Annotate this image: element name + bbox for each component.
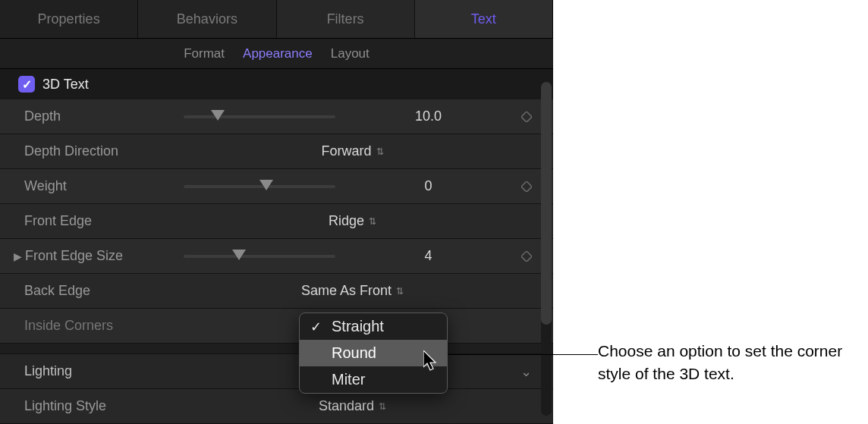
svg-rect-1 [521, 181, 532, 192]
slider-front-edge-size[interactable] [184, 255, 335, 258]
updown-caret-icon: ⇅ [396, 286, 404, 297]
annotation-leader-line [439, 354, 598, 355]
row-front-edge: Front Edge Ridge ⇅ [0, 204, 553, 239]
menu-item-straight[interactable]: ✓ Straight [300, 313, 447, 340]
tab-filters[interactable]: Filters [277, 0, 415, 38]
updown-caret-icon: ⇅ [369, 216, 376, 227]
slider-thumb-icon[interactable] [232, 250, 246, 260]
svg-rect-0 [521, 111, 532, 122]
row-label: Back Edge [24, 283, 184, 299]
tab-behaviors[interactable]: Behaviors [138, 0, 276, 38]
section-3d-text: ✓ 3D Text [0, 69, 553, 99]
row-front-edge-size: ▶ Front Edge Size 4 [0, 239, 553, 274]
row-label: Lighting Style [24, 398, 184, 414]
row-label: Front Edge [24, 213, 184, 229]
row-lighting-style: Lighting Style Standard ⇅ [0, 389, 553, 424]
menu-item-miter[interactable]: Miter [300, 366, 447, 393]
row-depth: Depth 10.0 [0, 99, 553, 134]
dropdown-back-edge[interactable]: Same As Front ⇅ [184, 283, 521, 299]
value-weight[interactable]: 0 [335, 178, 521, 194]
slider-thumb-icon[interactable] [259, 180, 273, 190]
dropdown-depth-direction[interactable]: Forward ⇅ [184, 143, 521, 159]
subtab-layout[interactable]: Layout [331, 46, 370, 61]
sub-tab-bar: Format Appearance Layout [0, 39, 553, 69]
keyframe-diamond-icon[interactable] [521, 111, 532, 122]
dropdown-front-edge[interactable]: Ridge ⇅ [184, 213, 521, 229]
checkbox-3d-text[interactable]: ✓ [18, 76, 35, 93]
inspector-panel: Properties Behaviors Filters Text Format… [0, 0, 553, 424]
svg-rect-2 [521, 251, 532, 262]
value-front-edge-size[interactable]: 4 [335, 248, 521, 264]
chevron-down-icon: ⌄ [520, 363, 532, 380]
tab-text[interactable]: Text [415, 0, 553, 38]
inside-corners-menu: ✓ Straight Round Miter [299, 313, 448, 394]
annotation-text: Choose an option to set the corner style… [598, 340, 856, 386]
updown-caret-icon: ⇅ [379, 401, 386, 412]
check-icon: ✓ [22, 77, 32, 92]
slider-weight[interactable] [184, 185, 335, 188]
top-tab-bar: Properties Behaviors Filters Text [0, 0, 553, 39]
row-label: ▶ Front Edge Size [24, 248, 184, 264]
row-label: Depth Direction [24, 143, 184, 159]
vertical-scrollbar[interactable] [541, 82, 552, 416]
subtab-appearance[interactable]: Appearance [243, 46, 313, 61]
row-label: Weight [24, 178, 184, 194]
row-depth-direction: Depth Direction Forward ⇅ [0, 134, 553, 169]
keyframe-diamond-icon[interactable] [521, 181, 532, 192]
dropdown-lighting-style[interactable]: Standard ⇅ [184, 398, 521, 414]
menu-item-round[interactable]: Round [300, 340, 447, 366]
keyframe-diamond-icon[interactable] [521, 251, 532, 262]
section-lighting[interactable]: Lighting ⌄ [0, 354, 553, 389]
value-depth[interactable]: 10.0 [335, 108, 521, 124]
row-weight: Weight 0 [0, 169, 553, 204]
row-label: Depth [24, 108, 184, 124]
parameter-list: Depth 10.0 Depth Direction Forward ⇅ Wei… [0, 99, 553, 424]
row-label: Inside Corners [24, 318, 184, 334]
separator [0, 344, 553, 354]
slider-depth[interactable] [184, 115, 335, 118]
row-inside-corners: Inside Corners [0, 309, 553, 344]
section-label: 3D Text [42, 77, 89, 93]
subtab-format[interactable]: Format [184, 46, 225, 61]
tab-properties[interactable]: Properties [0, 0, 138, 38]
updown-caret-icon: ⇅ [376, 146, 384, 157]
disclosure-triangle-icon[interactable]: ▶ [14, 250, 22, 262]
scrollbar-thumb[interactable] [541, 82, 552, 325]
check-icon: ✓ [310, 319, 324, 335]
row-back-edge: Back Edge Same As Front ⇅ [0, 274, 553, 309]
slider-thumb-icon[interactable] [211, 110, 225, 121]
